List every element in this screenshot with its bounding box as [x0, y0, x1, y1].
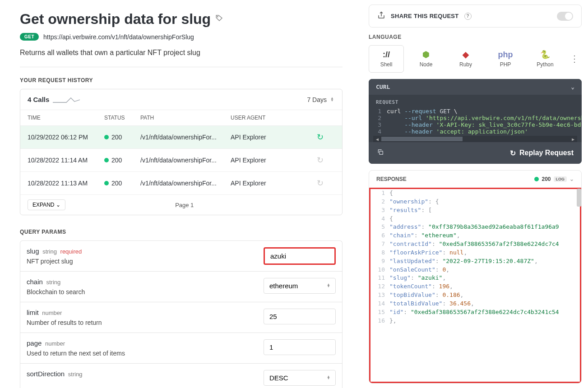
sortDirection-select[interactable]: DESC	[264, 370, 336, 386]
refresh-icon[interactable]: ↻	[317, 132, 335, 142]
json-line: 10 "onSaleCount": 0,	[370, 266, 580, 274]
history-row[interactable]: 10/28/2022 11:13 AM 200 /v1/nft/data/own…	[20, 172, 342, 195]
copy-icon[interactable]	[377, 148, 384, 157]
share-box: SHARE THIS REQUEST ?	[369, 5, 582, 28]
response-body[interactable]: 1{2 "ownership": {3 "results": [4 {5 "ad…	[369, 188, 581, 383]
share-label: SHARE THIS REQUEST	[391, 13, 459, 19]
history-range-caret[interactable]: ▲▼	[330, 97, 335, 102]
param-desc: NFT project slug	[27, 258, 255, 265]
history-box: 4 Calls 7 Days ▲▼ TIME STATUS PATH USER …	[20, 89, 343, 215]
json-line: 6 "chain": "ethereum",	[370, 231, 580, 240]
slug-input[interactable]	[264, 247, 336, 265]
sparkline-icon	[53, 96, 80, 103]
php-icon: php	[488, 50, 523, 60]
chevron-down-icon[interactable]: ⌄	[569, 176, 574, 182]
lang-tab-ruby[interactable]: ◆Ruby	[448, 45, 483, 73]
divider	[20, 67, 343, 67]
lang-tab-python[interactable]: 🐍Python	[528, 45, 563, 73]
status-dot-icon	[534, 177, 539, 181]
refresh-icon[interactable]: ↻	[317, 155, 335, 165]
horizontal-scrollbar[interactable]: ◀ ▶	[373, 136, 577, 142]
response-header: RESPONSE 200 LOG ⌄	[369, 171, 581, 188]
history-status: 200	[104, 180, 140, 187]
lang-more-icon[interactable]: ⋮	[567, 53, 582, 64]
param-name: sortDirection	[27, 370, 65, 378]
param-required: required	[59, 248, 82, 255]
language-title: LANGUAGE	[369, 34, 582, 40]
page-title: Get ownership data for slug	[20, 11, 343, 28]
col-user-agent: USER AGENT	[231, 115, 317, 121]
page-input[interactable]	[264, 339, 336, 355]
lang-tab-node[interactable]: ⬢Node	[408, 45, 444, 73]
node-icon: ⬢	[409, 50, 443, 60]
history-time: 10/28/2022 11:13 AM	[28, 180, 104, 187]
vertical-scrollbar[interactable]	[577, 189, 581, 207]
history-user-agent: API Explorer	[231, 157, 317, 164]
curl-subtitle: REQUEST	[369, 95, 582, 105]
language-section: LANGUAGE ://Shell⬢Node◆RubyphpPHP🐍Python…	[369, 34, 582, 73]
share-icon	[377, 11, 385, 21]
status-dot-icon	[104, 181, 109, 185]
method-badge: GET	[20, 33, 39, 41]
scroll-left-icon[interactable]: ◀	[374, 136, 380, 142]
chain-select[interactable]: ethereum	[264, 278, 336, 294]
help-icon[interactable]: ?	[464, 13, 472, 20]
param-type: number	[43, 340, 65, 347]
json-line: 16 },	[370, 317, 580, 325]
expand-button[interactable]: EXPAND ⌄	[28, 199, 65, 210]
json-line: 9 "lastUpdated": "2022-09-27T19:15:20.48…	[370, 257, 580, 266]
lang-label: Python	[537, 61, 553, 68]
curl-header[interactable]: CURL ⌄	[369, 79, 582, 95]
history-time: 10/29/2022 06:12 PM	[28, 134, 104, 141]
log-badge: LOG	[554, 176, 567, 182]
scroll-thumb[interactable]	[381, 137, 463, 141]
lang-tab-shell[interactable]: ://Shell	[369, 45, 404, 73]
status-dot-icon	[104, 158, 109, 162]
param-desc: Blockchain to search	[27, 288, 255, 296]
endpoint-row: GET https://api.verbwire.com/v1/nft/data…	[20, 33, 343, 41]
code-line: 2 --url 'https://api.verbwire.com/v1/nft…	[369, 115, 582, 121]
code-line: 1curl --request GET \	[369, 108, 582, 115]
share-toggle[interactable]	[557, 12, 573, 21]
history-status: 200	[104, 157, 140, 164]
param-row-page: page number Used to return the next set …	[20, 333, 343, 363]
param-row-sortDirection: sortDirection string DESC▲▼	[20, 363, 343, 388]
lang-tab-php[interactable]: phpPHP	[488, 45, 523, 73]
chevron-down-icon: ⌄	[56, 202, 60, 208]
status-dot-icon	[104, 135, 109, 139]
history-row[interactable]: 10/28/2022 11:14 AM 200 /v1/nft/data/own…	[20, 149, 342, 172]
param-type: number	[41, 309, 62, 316]
history-row[interactable]: 10/29/2022 06:12 PM 200 /v1/nft/data/own…	[20, 126, 342, 149]
json-line: 15 "id": "0xed5af388653567af2f388e6224dc…	[370, 308, 580, 317]
curl-block: CURL ⌄ REQUEST 1curl --request GET \2 --…	[369, 79, 582, 164]
history-footer: EXPAND ⌄ Page 1	[20, 195, 342, 215]
param-row-slug: slug string required NFT project slug	[20, 240, 343, 271]
curl-footer: ↻ Replay Request	[369, 142, 582, 164]
response-box: RESPONSE 200 LOG ⌄ 1{2 "ownership": {3 "…	[369, 170, 582, 383]
json-line: 11 "slug": "azuki",	[370, 274, 580, 282]
curl-title: CURL	[376, 83, 390, 90]
chevron-down-icon: ⌄	[571, 83, 574, 90]
response-title: RESPONSE	[376, 176, 407, 182]
refresh-icon[interactable]: ↻	[317, 178, 335, 188]
history-page-info: Page 1	[175, 202, 194, 208]
replay-icon: ↻	[510, 149, 516, 157]
history-user-agent: API Explorer	[231, 134, 317, 141]
json-line: 12 "tokenCount": 196,	[370, 282, 580, 291]
scroll-right-icon[interactable]: ▶	[570, 136, 576, 142]
json-line: 7 "contractId": "0xed5af388653567af2f388…	[370, 240, 580, 249]
ruby-icon: ◆	[449, 50, 483, 60]
svg-rect-1	[380, 151, 383, 154]
param-desc: Number of results to return	[27, 319, 255, 326]
lang-label: PHP	[500, 61, 511, 68]
param-desc: Used to return the next set of items	[27, 350, 255, 357]
param-type: string	[41, 248, 57, 255]
param-name: limit	[27, 309, 39, 316]
code-line: 3 --header 'X-API-Key: sk_live_3c0c77fe-…	[369, 121, 582, 128]
replay-button[interactable]: ↻ Replay Request	[510, 149, 574, 157]
json-line: 3 "results": [	[370, 206, 580, 215]
json-line: 1{	[370, 189, 580, 198]
lang-label: Shell	[380, 61, 393, 68]
endpoint-url: https://api.verbwire.com/v1/nft/data/own…	[43, 33, 194, 41]
limit-input[interactable]	[264, 309, 336, 324]
